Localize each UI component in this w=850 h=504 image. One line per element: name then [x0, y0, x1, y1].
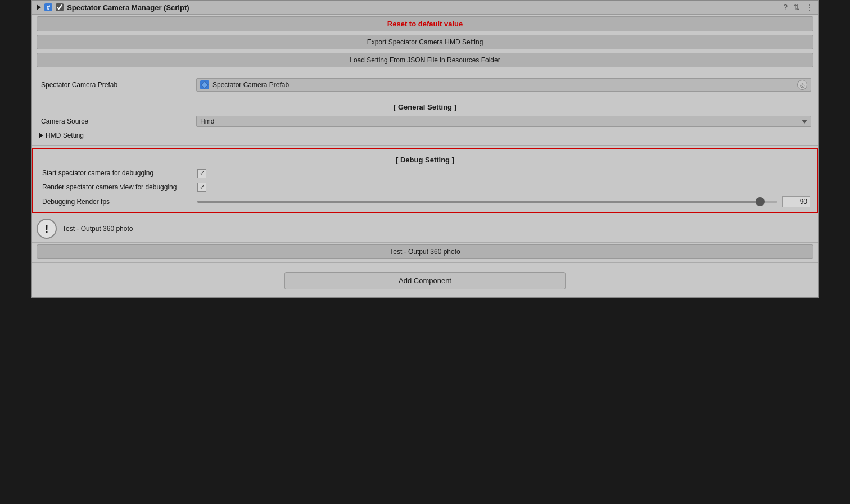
fps-value-input[interactable]: [782, 196, 810, 207]
add-component-button[interactable]: Add Component: [284, 272, 566, 289]
render-debug-checkbox[interactable]: ✓: [197, 183, 206, 192]
add-component-section: Add Component: [32, 264, 818, 297]
fps-value: [197, 196, 810, 207]
hmd-setting-row[interactable]: HMD Setting: [37, 129, 813, 142]
fps-slider-thumb[interactable]: [756, 197, 765, 206]
spectator-camera-prefab-section: Spectator Camera Prefab Spectator Camera…: [32, 74, 818, 96]
prefab-icon: [200, 80, 209, 89]
export-button[interactable]: Export Spectator Camera HMD Setting: [37, 35, 813, 49]
start-debug-checkbox[interactable]: ✓: [197, 169, 206, 178]
render-debug-value: ✓: [197, 183, 810, 192]
hash-badge: #: [44, 3, 52, 11]
camera-source-dropdown[interactable]: Hmd: [196, 116, 811, 127]
start-debug-label: Start spectator camera for debugging: [40, 169, 197, 177]
render-debug-label: Render spectator camera view for debuggi…: [40, 183, 197, 191]
load-button-row: Load Setting From JSON File in Resources…: [32, 51, 818, 69]
load-button[interactable]: Load Setting From JSON File in Resources…: [37, 53, 813, 67]
start-debug-row: Start spectator camera for debugging ✓: [38, 166, 812, 180]
dropdown-arrow-icon: [802, 120, 807, 124]
component-header: # Spectator Camera Manager (Script) ? ⇅ …: [32, 1, 818, 15]
divider-1: [32, 145, 818, 146]
fps-row: Debugging Render fps: [38, 194, 812, 210]
camera-source-text: Hmd: [200, 117, 802, 125]
hmd-setting-label: HMD Setting: [46, 131, 84, 139]
export-button-row: Export Spectator Camera HMD Setting: [32, 33, 818, 51]
test-button[interactable]: Test - Output 360 photo: [37, 244, 813, 259]
component-enabled-checkbox[interactable]: [56, 3, 64, 11]
test-button-row: Test - Output 360 photo: [32, 243, 818, 261]
spectator-camera-prefab-value: Spectator Camera Prefab ◎: [196, 78, 811, 92]
debug-section-heading: [ Debug Setting ]: [38, 151, 812, 166]
object-field[interactable]: Spectator Camera Prefab ◎: [196, 78, 811, 92]
help-icon[interactable]: ?: [783, 3, 788, 12]
start-debug-value: ✓: [197, 169, 810, 178]
select-object-button[interactable]: ◎: [797, 80, 807, 90]
reset-button-row: Reset to default value: [32, 15, 818, 33]
general-setting-heading: [ General Setting ]: [37, 98, 813, 113]
camera-source-value: Hmd: [196, 116, 811, 127]
settings-icon[interactable]: ⇅: [793, 3, 800, 12]
fps-slider-track[interactable]: [197, 201, 777, 203]
info-text: Test - Output 360 photo: [62, 225, 133, 233]
divider-2: [32, 262, 818, 263]
menu-icon[interactable]: ⋮: [806, 3, 813, 12]
debug-setting-section: [ Debug Setting ] Start spectator camera…: [32, 148, 818, 213]
spectator-camera-prefab-label: Spectator Camera Prefab: [39, 81, 196, 89]
camera-source-label: Camera Source: [39, 117, 196, 125]
fps-slider-fill: [197, 201, 760, 203]
render-debug-row: Render spectator camera view for debuggi…: [38, 180, 812, 194]
collapse-triangle-icon[interactable]: [37, 4, 41, 10]
general-setting-section: [ General Setting ] Camera Source Hmd HM…: [32, 96, 818, 144]
warning-icon: !: [37, 219, 57, 239]
object-field-text: Spectator Camera Prefab: [213, 81, 794, 89]
fps-label: Debugging Render fps: [40, 198, 197, 206]
component-title: Spectator Camera Manager (Script): [67, 3, 780, 12]
camera-source-row: Camera Source Hmd: [37, 113, 813, 129]
inspector-panel: # Spectator Camera Manager (Script) ? ⇅ …: [31, 0, 819, 298]
fps-slider-container: [197, 196, 810, 207]
info-row: ! Test - Output 360 photo: [32, 215, 818, 243]
reset-button[interactable]: Reset to default value: [37, 16, 813, 31]
foldout-triangle-icon: [39, 133, 43, 138]
prefab-icon-inner: [201, 81, 209, 89]
warning-icon-glyph: !: [45, 223, 49, 235]
spectator-camera-prefab-row: Spectator Camera Prefab Spectator Camera…: [37, 76, 813, 94]
header-icons: ? ⇅ ⋮: [783, 3, 813, 12]
